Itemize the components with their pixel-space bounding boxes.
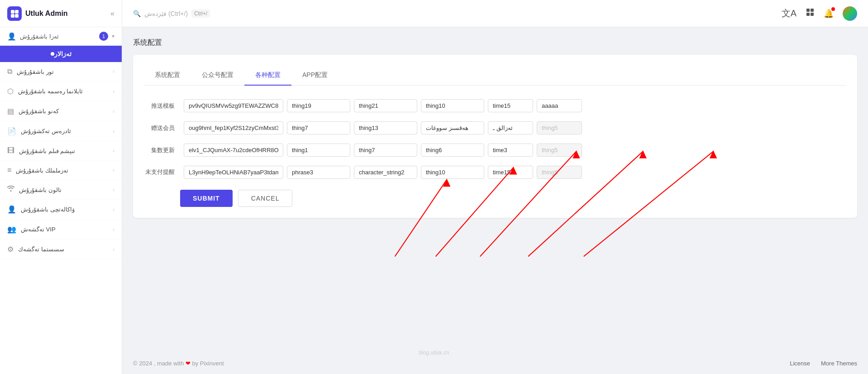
svg-rect-0 (11, 10, 14, 14)
sidebar-item-compress[interactable]: ≡ تەزململك باشقۇرۇش › (0, 161, 122, 180)
push-input-1[interactable] (287, 99, 350, 112)
nav-label: ئايلانما رەسمە باشقۇرۇش (18, 88, 83, 95)
episode-input-4[interactable] (488, 144, 533, 157)
more-themes-link[interactable]: More Themes (821, 360, 857, 367)
page-content: 系统配置 系统配置 公众号配置 各种配置 APP配置 推送模板 (122, 27, 868, 353)
unpaid-input-5[interactable] (537, 166, 582, 179)
push-input-0[interactable] (184, 99, 283, 112)
gift-input-5[interactable] (537, 121, 582, 134)
chevron-right-icon: › (113, 88, 114, 95)
box-icon: ⬡ (7, 87, 14, 96)
sidebar-item-address[interactable]: 📄 ئادرەس تەكشۈرۇش › (0, 121, 122, 141)
svg-rect-5 (811, 9, 814, 12)
gift-input-1[interactable] (287, 121, 350, 134)
unpaid-input-4[interactable] (488, 166, 533, 179)
user-label: ئەزا باشقۇرۇش (20, 33, 59, 40)
nav-label: تور باشقۇرۇش (17, 68, 54, 75)
sidebar-item-templates[interactable]: ⬡ ئايلانما رەسمە باشقۇرۇش › (0, 82, 122, 101)
nav-label: تەگشەش VIP (21, 226, 56, 233)
gift-input-3[interactable] (421, 121, 484, 134)
align-justify-icon: ≡ (7, 166, 11, 174)
nav-label: كەنو باشقۇرۇش (19, 108, 59, 115)
nav-label: ئادرەس تەكشۈرۇش (21, 128, 71, 134)
user-icon: 👤 (7, 32, 16, 41)
footer: © 2024 , made with ❤ by Pixinvent Licens… (122, 353, 868, 374)
nav-label: تالون باشقۇرۇش (19, 187, 62, 193)
sidebar-item-salon[interactable]: تالون باشقۇرۇش › (0, 180, 122, 200)
form-inputs-unpaid (184, 166, 846, 179)
tabs: 系统配置 公众号配置 各种配置 APP配置 (144, 66, 846, 86)
unpaid-input-0[interactable] (184, 166, 283, 179)
grid-icon[interactable] (806, 8, 815, 19)
tab-various[interactable]: 各种配置 (244, 66, 291, 86)
settings-icon: ⚙ (7, 245, 14, 254)
form-label-unpaid: 未支付提醒 (144, 168, 180, 176)
avatar[interactable] (843, 6, 857, 21)
users-icon: 👥 (7, 225, 16, 234)
sidebar-item-vip[interactable]: 👥 تەگشەش VIP › (0, 220, 122, 240)
gift-input-2[interactable] (354, 121, 417, 134)
footer-copyright: © 2024 , made with ❤ by Pixinvent (133, 360, 224, 367)
chevron-right-icon: › (113, 108, 114, 115)
form-inputs-gift (184, 121, 846, 134)
nav-list: ⧉ تور باشقۇرۇش › ⬡ ئايلانما رەسمە باشقۇر… (0, 62, 122, 374)
sidebar-item-agent[interactable]: 👤 ۋاكالەتچى باشقۇرۇش › (0, 200, 122, 220)
episode-input-1[interactable] (287, 144, 350, 157)
collapse-button[interactable]: « (110, 10, 114, 18)
push-input-3[interactable] (421, 99, 484, 112)
svg-rect-2 (11, 14, 14, 18)
episode-input-2[interactable] (354, 144, 417, 157)
sidebar-item-system[interactable]: ⚙ سسستما تەگشەك › (0, 240, 122, 259)
license-link[interactable]: License (790, 360, 810, 367)
form-label-gift: 赠送会员 (144, 124, 180, 132)
sidebar-item-tours[interactable]: ⧉ تور باشقۇرۇش › (0, 62, 122, 82)
file-text-icon: 📄 (7, 127, 16, 135)
episode-input-5[interactable] (537, 144, 582, 157)
notification-dot (831, 7, 835, 11)
nav-label: تەزململك باشقۇرۇش (16, 167, 68, 174)
watermark: blog.utluk.cn (419, 350, 449, 356)
svg-rect-6 (806, 13, 810, 16)
user-badge: 1 (99, 32, 108, 41)
search-placeholder: فێزدەش (Ctrl+/) (144, 10, 188, 17)
unpaid-input-2[interactable] (354, 166, 417, 179)
push-input-5[interactable] (537, 99, 582, 112)
unpaid-input-1[interactable] (287, 166, 350, 179)
topbar-actions: 文A 🔔 (782, 6, 857, 21)
user-section: 👤 ئەزا باشقۇرۇش 1 ▾ (0, 27, 122, 46)
tab-wechat[interactable]: 公众号配置 (191, 66, 244, 86)
sidebar-item-active[interactable]: ئەزالار (0, 46, 122, 62)
chevron-right-icon: › (113, 226, 114, 233)
svg-rect-3 (15, 14, 19, 18)
sidebar-item-kanban[interactable]: ▤ كەنو باشقۇرۇش › (0, 101, 122, 121)
unpaid-input-3[interactable] (421, 166, 484, 179)
episode-input-0[interactable] (184, 144, 283, 157)
translate-icon[interactable]: 文A (782, 7, 796, 19)
bell-icon[interactable]: 🔔 (824, 9, 834, 19)
search-icon: 🔍 (133, 10, 141, 17)
user-check-icon: 👤 (7, 205, 16, 214)
sidebar-item-video[interactable]: 🎞 تىپشم فىلم باشقۇرۇش › (0, 141, 122, 161)
tab-system[interactable]: 系统配置 (144, 66, 191, 86)
cancel-button[interactable]: CANCEL (238, 190, 293, 207)
submit-button[interactable]: SUBMIT (180, 190, 233, 207)
logo-icon (7, 6, 22, 21)
gift-input-4[interactable] (488, 121, 533, 134)
user-info[interactable]: 👤 ئەزا باشقۇرۇش (7, 32, 59, 41)
nav-label: سسستما تەگشەك (18, 246, 64, 253)
tab-app[interactable]: APP配置 (291, 66, 339, 86)
svg-rect-1 (15, 10, 19, 14)
heart-icon: ❤ (186, 360, 192, 367)
episode-input-3[interactable] (421, 144, 484, 157)
chevron-down-icon: ▾ (112, 33, 114, 39)
form-row-unpaid-remind: 未支付提醒 (144, 166, 846, 179)
search-area[interactable]: 🔍 فێزدەش (Ctrl+/) Ctrl+/ (133, 10, 210, 18)
logo-area: Utluk Admin (7, 6, 68, 21)
search-shortcut: Ctrl+/ (191, 10, 210, 18)
push-input-4[interactable] (488, 99, 533, 112)
form-row-episode-update: 集数更新 (144, 144, 846, 157)
push-input-2[interactable] (354, 99, 417, 112)
chevron-right-icon: › (113, 128, 114, 134)
svg-rect-7 (811, 13, 814, 16)
gift-input-0[interactable] (184, 121, 283, 134)
